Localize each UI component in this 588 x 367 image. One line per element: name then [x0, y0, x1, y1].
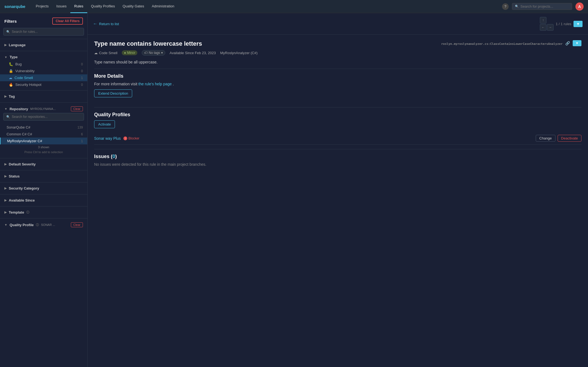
language-section-header[interactable]: ▶ Language [0, 41, 87, 49]
nav-items: Projects Issues Rules Quality Profiles Q… [32, 0, 502, 13]
filter-vulnerability[interactable]: 🔒 Vulnerability 0 [0, 68, 87, 74]
status-section: ▶ Status [0, 170, 87, 182]
nav-item-projects[interactable]: Projects [32, 0, 53, 13]
quality-profile-label: Quality Profile [10, 223, 34, 227]
tag-icon: 🏷 [144, 51, 147, 55]
filter-bug[interactable]: 🐛 Bug 0 [0, 61, 87, 68]
available-since-header[interactable]: ▶ Available Since [0, 197, 87, 204]
nav-item-rules[interactable]: Rules [70, 0, 87, 13]
hotspot-label: Security Hotspot [15, 83, 41, 87]
rule-filter-icon-btn[interactable]: ▼ [573, 40, 581, 46]
available-since-label: Available Since [9, 198, 35, 202]
help-page-link[interactable]: the rule's help page [138, 82, 172, 86]
layout: Filters Clear All Filters 🔍 ▶ Language ▼… [0, 13, 588, 367]
severity-chevron-icon: ▶ [4, 162, 7, 166]
qp-help-icon: ⓘ [36, 223, 39, 227]
deactivate-button[interactable]: Deactivate [558, 135, 581, 142]
default-severity-header[interactable]: ▶ Default Severity [0, 161, 87, 168]
main-content: ← Return to list ↑ ← → 1 / 1 rules ▼ [88, 13, 588, 367]
nav-up-button[interactable]: ↑ [540, 17, 546, 24]
repo-myroslyn-count: 1 [81, 139, 83, 143]
profile-meta: MyRoslynAnalyzer (C#) [220, 51, 258, 55]
help-icon[interactable]: ? [502, 3, 509, 10]
repo-sonarqube-label: SonarQube C# [7, 125, 30, 129]
smell-icon: ☁ [9, 76, 12, 80]
nav-item-quality-profiles[interactable]: Quality Profiles [87, 0, 119, 13]
repo-filter-value: MYROSLYNANA... [30, 107, 56, 110]
profile-text: MyRoslynAnalyzer (C#) [220, 51, 258, 55]
repo-sonarqube-csharp[interactable]: SonarQube C# 139 [0, 124, 87, 131]
available-since-meta: Available Since Feb 23, 2023 [170, 51, 216, 55]
rule-link-icon[interactable]: 🔗 [565, 41, 570, 45]
change-button[interactable]: Change [536, 135, 555, 142]
profile-actions: Change Deactivate [536, 135, 581, 142]
nav-item-quality-gates[interactable]: Quality Gates [119, 0, 148, 13]
filter-code-smell[interactable]: ☁ Code Smell 1 [0, 74, 87, 81]
more-details-title: More Details [94, 73, 581, 79]
nav-prev-button[interactable]: ← [540, 24, 546, 31]
repo-clear-button[interactable]: Clear [71, 106, 83, 111]
tags-badge[interactable]: 🏷 No tags ▾ [142, 50, 165, 56]
vulnerability-icon: 🔒 [9, 69, 13, 73]
rules-search-input[interactable] [12, 30, 81, 34]
quality-profiles-section: Activate Sonar way Plus ! Blocker Change… [94, 120, 581, 145]
quality-profile-clear-button[interactable]: Clear [71, 222, 83, 227]
quality-profile-header[interactable]: ▼ Quality Profile ⓘ SONAR ... Clear [0, 221, 87, 229]
repo-common-csharp[interactable]: Common C# C# 6 [0, 131, 87, 138]
hotspot-count: 0 [81, 83, 83, 87]
more-info-text: For more information visit the rule's he… [94, 82, 581, 86]
divider-1 [94, 69, 581, 69]
quality-profiles-title: Quality Profiles [94, 112, 581, 118]
severity-badge: ● Minor [122, 50, 137, 55]
vuln-label: Vulnerability [15, 69, 34, 73]
issues-label: Issues [94, 154, 109, 159]
rules-search-box[interactable]: 🔍 [3, 28, 84, 36]
filter-security-hotspot[interactable]: 🔥 Security Hotspot 0 [0, 81, 87, 88]
quality-profile-filter-section: ▼ Quality Profile ⓘ SONAR ... Clear [0, 218, 87, 231]
repo-label: Repository [10, 107, 28, 111]
nav-item-administration[interactable]: Administration [148, 0, 178, 13]
search-input[interactable] [520, 4, 569, 8]
clear-all-filters-button[interactable]: Clear All Filters [52, 18, 83, 25]
profile-name[interactable]: Sonar way Plus [94, 136, 121, 141]
user-avatar[interactable]: A [575, 2, 584, 11]
default-severity-section: ▶ Default Severity [0, 158, 87, 170]
repo-section-header[interactable]: ▼ Repository MYROSLYNANA... Clear [0, 105, 87, 113]
nav-next-button[interactable]: → [547, 24, 554, 31]
divider-2 [94, 107, 581, 107]
bug-count: 0 [81, 62, 83, 66]
tag-section: ▶ Tag [0, 90, 87, 102]
rule-title-text: Type name contains lowercase letters [94, 40, 202, 47]
blocker-label: Blocker [128, 136, 139, 140]
project-search[interactable]: 🔍 [512, 3, 572, 10]
type-section-header[interactable]: ▼ Type [0, 53, 87, 61]
issues-title: Issues (0) [94, 154, 581, 159]
template-chevron-icon: ▶ [4, 211, 7, 214]
nav-item-issues[interactable]: Issues [53, 0, 71, 13]
repo-search-input[interactable] [12, 115, 81, 119]
available-since-section: ▶ Available Since [0, 194, 87, 206]
logo-text: sonarqube [4, 4, 25, 9]
repo-myroslyn[interactable]: MyRoslynAnalyzer C# 1 [0, 138, 87, 144]
available-since-chevron-icon: ▶ [4, 199, 7, 202]
security-category-header[interactable]: ▶ Security Category [0, 185, 87, 192]
repo-search-box[interactable]: 🔍 [3, 113, 84, 121]
repo-search-icon: 🔍 [6, 115, 10, 119]
activate-button[interactable]: Activate [94, 120, 115, 128]
rule-detail: Type name contains lowercase letters ros… [88, 35, 588, 172]
blocker-badge: ! Blocker [123, 136, 139, 140]
ctrl-hint-text: Press Ctrl to add to selection [0, 150, 87, 156]
content-header: ← Return to list ↑ ← → 1 / 1 rules ▼ [88, 13, 588, 35]
template-label: Template [9, 210, 24, 214]
tag-section-header[interactable]: ▶ Tag [0, 93, 87, 100]
return-to-list-link[interactable]: ← Return to list [93, 21, 119, 26]
extend-description-button[interactable]: Extend Description [94, 89, 132, 97]
rules-search-icon: 🔍 [6, 30, 10, 34]
filter-button[interactable]: ▼ [573, 21, 583, 27]
back-arrow-icon: ← [93, 21, 97, 26]
logo[interactable]: sonarqube [4, 4, 25, 9]
repository-section: ▼ Repository MYROSLYNANA... Clear 🔍 Sona… [0, 102, 87, 158]
bug-label: Bug [15, 62, 22, 66]
status-header[interactable]: ▶ Status [0, 173, 87, 180]
template-header[interactable]: ▶ Template ⓘ [0, 209, 87, 216]
